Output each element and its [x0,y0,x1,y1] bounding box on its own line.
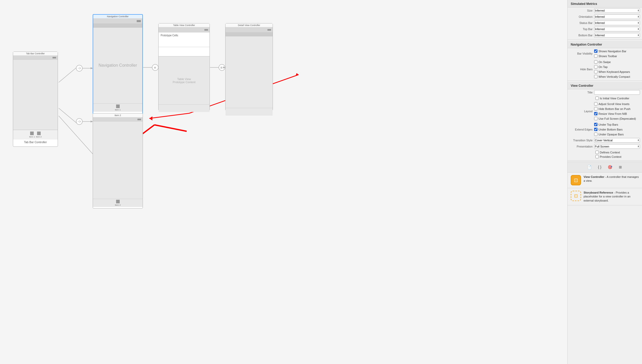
item2-controller: Item 2 Item 2 [93,113,143,209]
svg-point-3 [76,65,82,71]
is-initial-vc-label: Is Initial View Controller [600,97,629,100]
when-vertically-compact-row: When Vertically Compact [594,74,632,79]
adjust-scroll-label: Adjust Scroll View Insets [598,102,629,106]
on-swipe-row: On Swipe [594,60,613,64]
under-top-bars-checkbox[interactable] [594,123,597,126]
is-initial-vc-row: Is Initial View Controller [568,96,642,101]
simulated-metrics-header: Simulated Metrics [568,0,642,7]
right-panel: Simulated Metrics Size Inferred Orientat… [567,0,642,364]
navigation-controller-header: Navigation Controller [568,41,642,48]
layout-label: Layout [570,110,594,113]
svg-line-11 [59,116,98,160]
shows-nav-bar-checkbox[interactable] [594,49,597,53]
object-type-icons: 📄 { } 🎯 ⊞ [568,162,642,172]
top-bar-label: Top Bar [570,28,594,31]
when-keyboard-checkbox[interactable] [594,70,597,73]
resize-from-nib-label: Resize View From NIB [598,112,627,115]
sb-icon: ⊡ [571,191,581,201]
title-input[interactable] [594,90,640,95]
svg-marker-22 [223,66,225,68]
svg-line-25 [149,113,189,118]
shows-nav-bar-row: Shows Navigation Bar [594,49,628,53]
view-controller-header: View Controller [568,82,642,89]
vc-icon: ⊡ [571,175,581,185]
file-icon[interactable]: 📄 [586,164,593,170]
under-top-bars-label: Under Top Bars [598,123,618,126]
defines-context-label: Defines Context [600,151,620,154]
top-bar-select[interactable]: Inferred [594,27,640,31]
extend-edges-row: Extend Edges Under Top Bars Under Bottom… [568,122,642,137]
on-swipe-checkbox[interactable] [594,60,597,64]
svg-text:⊞: ⊞ [220,66,222,69]
shows-toolbar-row: Shows Toolbar [594,54,619,58]
use-full-screen-row: Use Full Screen (Deprecated) [594,116,638,121]
on-swipe-label: On Swipe [598,60,611,64]
is-initial-vc-checkbox[interactable] [595,97,599,100]
presentation-row: Presentation Full Screen [568,143,642,150]
svg-text:⊕: ⊕ [154,66,156,69]
svg-line-0 [59,67,77,82]
under-opaque-bars-row: Under Opaque Bars [594,132,626,136]
table-content-text: Table View Prototype Content [173,77,196,84]
connection-lines: ⊕ ⊞ [0,0,567,364]
defines-context-checkbox[interactable] [595,151,599,154]
transition-style-select[interactable]: Cover Vertical [594,138,640,143]
title-row: Title [568,89,642,96]
view-controller-info: ⊡ View Controller - A controller that ma… [568,172,642,188]
svg-point-5 [76,118,82,125]
svg-marker-10 [91,120,93,123]
canvas-area: ⊕ ⊞ Tab Bar Controller Item 1 [0,0,567,364]
adjust-scroll-checkbox[interactable] [594,102,597,106]
status-bar-label: Status Bar [570,21,594,24]
size-label: Size [570,9,594,12]
svg-marker-8 [91,67,93,69]
grid-icon[interactable]: ⊞ [617,164,623,170]
under-opaque-bars-checkbox[interactable] [594,133,597,136]
under-bottom-bars-label: Under Bottom Bars [598,128,623,131]
provides-context-checkbox[interactable] [595,155,599,158]
layout-row: Layout Adjust Scroll View Insets Hide Bo… [568,101,642,122]
resize-from-nib-checkbox[interactable] [594,112,597,115]
resize-from-nib-row: Resize View From NIB [594,111,629,116]
svg-point-19 [219,64,225,71]
adjust-scroll-row: Adjust Scroll View Insets [594,102,631,106]
use-full-screen-checkbox[interactable] [594,117,597,120]
top-bar-row: Top Bar Inferred [568,26,642,32]
identity-icon[interactable]: 🎯 [607,164,613,170]
bottom-bar-select[interactable]: Inferred [594,33,640,38]
under-bottom-bars-row: Under Bottom Bars [594,127,625,132]
on-tap-checkbox[interactable] [594,65,597,68]
tab-bar-controller: Tab Bar Controller Item 1 Item 2 Tab Bar… [13,51,58,147]
storyboard-reference-info: ⊡ Storyboard Reference - Provides a plac… [568,188,642,205]
navigation-controller-title: Navigation Controller [93,15,142,19]
hide-bottom-bar-checkbox[interactable] [594,107,597,110]
item2-tab-label: Item 2 [115,204,120,206]
status-bar-select[interactable]: Inferred [594,21,640,25]
when-keyboard-row: When Keyboard Appears [594,70,632,74]
title-label: Title [570,91,594,94]
sb-info-text: Storyboard Reference - Provides a placeh… [584,191,639,203]
presentation-label: Presentation [570,145,594,148]
presentation-select[interactable]: Full Screen [594,144,640,149]
when-keyboard-label: When Keyboard Appears [598,70,630,73]
when-vertically-compact-label: When Vertically Compact [598,75,630,78]
orientation-row: Orientation Inferred [568,14,642,20]
size-select[interactable]: Inferred [594,8,640,13]
tab-item-1: Item 1 [29,132,35,138]
prototype-cells-label: Prototype Cells [159,32,210,38]
under-bottom-bars-checkbox[interactable] [594,128,597,131]
svg-line-1 [59,108,77,124]
item2-title: Item 2 [93,114,143,117]
extend-edges-label: Extend Edges [570,128,594,131]
table-view-controller-title: Table View Controller [159,23,210,27]
shows-toolbar-checkbox[interactable] [594,54,597,58]
tab-item-2: Item 2 [36,132,42,138]
on-tap-label: On Tap [598,65,608,68]
code-icon[interactable]: { } [597,164,603,170]
orientation-select[interactable]: Inferred [594,14,640,19]
tab-bar-controller-title: Tab Bar Controller [13,52,58,56]
when-vertically-compact-checkbox[interactable] [594,75,597,78]
vc-info-text: View Controller - A controller that mana… [584,175,639,183]
svg-marker-2 [75,66,79,70]
shows-nav-bar-label: Shows Navigation Bar [598,50,626,53]
